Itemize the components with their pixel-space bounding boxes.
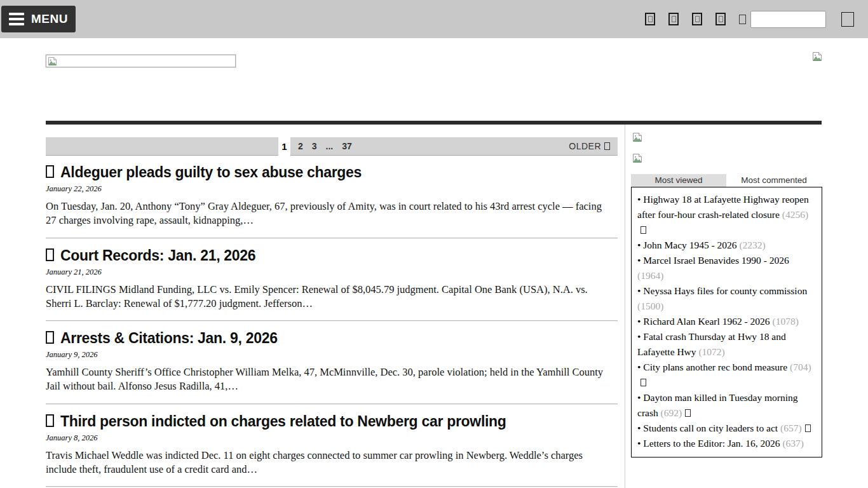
article-title-link[interactable]: Aldeguer pleads guilty to sex abuse char… bbox=[46, 164, 618, 181]
most-viewed-item[interactable]: • Richard Alan Kearl 1962 - 2026 (1078) bbox=[637, 314, 816, 329]
lock-glyph-icon bbox=[46, 248, 54, 261]
social-icon-1[interactable] bbox=[645, 13, 655, 25]
article-separator bbox=[46, 320, 618, 322]
most-viewed-item-title: Students call on city leaders to act bbox=[643, 423, 778, 433]
most-viewed-item[interactable]: • Letters to the Editor: Jan. 16, 2026 (… bbox=[637, 436, 816, 451]
article-item: Court Records: Jan. 21, 2026 January 21,… bbox=[46, 247, 618, 322]
lock-glyph-icon bbox=[46, 414, 54, 427]
lock-glyph-icon bbox=[46, 331, 54, 344]
top-bar: MENU bbox=[0, 0, 868, 38]
lock-glyph-icon bbox=[46, 165, 54, 178]
older-label: OLDER bbox=[569, 141, 601, 151]
most-viewed-item[interactable]: • John Macy 1945 - 2026 (2232) bbox=[637, 238, 816, 253]
pagination-older-button[interactable]: OLDER bbox=[569, 141, 610, 151]
most-viewed-item[interactable]: • Students call on city leaders to act (… bbox=[637, 421, 816, 436]
column-divider bbox=[625, 125, 625, 488]
article-separator bbox=[46, 486, 618, 487]
social-icon-4[interactable] bbox=[715, 13, 726, 25]
tab-most-commented[interactable]: Most commented bbox=[726, 174, 822, 187]
comment-glyph-icon bbox=[641, 379, 646, 386]
missing-glyph-icon bbox=[719, 16, 723, 22]
most-viewed-item-title: Letters to the Editor: Jan. 16, 2026 bbox=[643, 438, 780, 449]
broken-image-icon bbox=[632, 132, 642, 142]
menu-button-label: MENU bbox=[31, 12, 68, 26]
search-input[interactable] bbox=[750, 11, 826, 28]
missing-glyph-icon bbox=[672, 16, 676, 22]
view-count: (1078) bbox=[773, 316, 799, 327]
article-excerpt: On Tuesday, Jan. 20, Anthony “Tony” Gray… bbox=[46, 200, 613, 228]
pagination-page-link[interactable]: ... bbox=[326, 141, 334, 151]
view-count: (704) bbox=[790, 362, 811, 372]
article-excerpt: Yamhill County Sheriff’s Office Christop… bbox=[46, 365, 613, 394]
view-count: (4256) bbox=[782, 209, 808, 220]
broken-image-icon bbox=[48, 57, 57, 66]
most-viewed-list: • Highway 18 at Lafayette Highway reopen… bbox=[631, 187, 822, 458]
article-title-text: Third person indicted on charges related… bbox=[60, 413, 506, 430]
article-title-text: Court Records: Jan. 21, 2026 bbox=[60, 247, 255, 264]
article-excerpt: Travis Michael Weddle was indicted Dec. … bbox=[46, 449, 613, 477]
comment-glyph-icon bbox=[641, 226, 646, 234]
social-icon-3[interactable] bbox=[692, 13, 702, 25]
search-submit-button[interactable] bbox=[841, 12, 854, 27]
view-count: (692) bbox=[661, 407, 682, 418]
most-viewed-item[interactable]: • Marcel Israel Benavides 1990 - 2026 (1… bbox=[637, 253, 816, 283]
article-list-column: 1 2 3 ... 37 OLDER Aldeguer pleads guilt… bbox=[46, 137, 618, 488]
view-count: (1964) bbox=[637, 270, 663, 281]
most-viewed-item-title: Neyssa Hays files for county commission bbox=[643, 285, 807, 296]
pagination-bar: 1 2 3 ... 37 OLDER bbox=[46, 137, 618, 156]
missing-glyph-icon bbox=[648, 16, 653, 22]
most-viewed-item-title: City plans another rec bond measure bbox=[643, 362, 787, 372]
missing-glyph-icon bbox=[695, 16, 700, 22]
article-excerpt: CIVIL FILINGS Midland Funding, LLC vs. E… bbox=[46, 283, 613, 311]
most-viewed-item[interactable]: • City plans another rec bond measure (7… bbox=[637, 360, 816, 390]
most-viewed-item[interactable]: • Dayton man killed in Tuesday morning c… bbox=[637, 390, 816, 421]
sidebar: Most viewed Most commented • Highway 18 … bbox=[631, 130, 822, 458]
article-title-link[interactable]: Third person indicted on charges related… bbox=[46, 413, 618, 430]
comment-glyph-icon bbox=[685, 409, 691, 417]
most-viewed-item-title: John Macy 1945 - 2026 bbox=[643, 240, 736, 250]
site-logo[interactable] bbox=[46, 55, 236, 67]
most-viewed-item-title: Marcel Israel Benavides 1990 - 2026 bbox=[643, 255, 789, 266]
article-title-link[interactable]: Arrests & Citations: Jan. 9, 2026 bbox=[46, 330, 618, 347]
social-icon-2[interactable] bbox=[668, 13, 679, 25]
sidebar-tabs: Most viewed Most commented bbox=[631, 174, 822, 187]
broken-image-icon bbox=[632, 153, 642, 163]
sidebar-broken-image-1 bbox=[632, 132, 822, 145]
search-label-icon bbox=[739, 15, 746, 24]
view-count: (657) bbox=[780, 423, 802, 433]
article-title-text: Aldeguer pleads guilty to sex abuse char… bbox=[60, 164, 362, 180]
most-viewed-item-title: Richard Alan Kearl 1962 - 2026 bbox=[643, 316, 770, 327]
article-date: January 8, 2026 bbox=[46, 433, 618, 443]
sidebar-broken-image-2 bbox=[632, 153, 822, 166]
pagination-spacer bbox=[46, 137, 278, 156]
most-viewed-item[interactable]: • Neyssa Hays files for county commissio… bbox=[637, 283, 816, 314]
menu-button[interactable]: MENU bbox=[1, 6, 76, 32]
pagination-page-link[interactable]: 2 bbox=[298, 141, 303, 151]
most-viewed-item[interactable]: • Fatal crash Thursday at Hwy 18 and Laf… bbox=[637, 329, 816, 360]
article-separator bbox=[46, 238, 618, 239]
most-viewed-item[interactable]: • Highway 18 at Lafayette Highway reopen… bbox=[637, 192, 816, 238]
article-item: Aldeguer pleads guilty to sex abuse char… bbox=[46, 164, 618, 239]
view-count: (1072) bbox=[698, 346, 724, 357]
tab-most-viewed[interactable]: Most viewed bbox=[631, 174, 726, 187]
comment-glyph-icon bbox=[805, 424, 811, 432]
view-count: (1500) bbox=[637, 301, 663, 311]
article-date: January 9, 2026 bbox=[46, 350, 618, 360]
article-title-link[interactable]: Court Records: Jan. 21, 2026 bbox=[46, 247, 618, 264]
pagination-pages: 2 3 ... 37 OLDER bbox=[290, 137, 618, 156]
article-item: Third person indicted on charges related… bbox=[46, 413, 618, 488]
pagination-page-link[interactable]: 37 bbox=[342, 141, 352, 151]
article-title-text: Arrests & Citations: Jan. 9, 2026 bbox=[60, 330, 278, 346]
hamburger-icon bbox=[9, 13, 24, 25]
header-broken-image bbox=[812, 51, 822, 62]
header-divider-rule bbox=[46, 121, 822, 125]
article-date: January 22, 2026 bbox=[46, 184, 618, 194]
view-count: (2232) bbox=[739, 240, 765, 250]
article-item: Arrests & Citations: Jan. 9, 2026 Januar… bbox=[46, 330, 618, 405]
arrow-right-icon bbox=[604, 142, 610, 150]
view-count: (637) bbox=[782, 438, 804, 449]
article-separator bbox=[46, 403, 618, 405]
article-date: January 21, 2026 bbox=[46, 268, 618, 277]
topbar-right-group bbox=[645, 0, 868, 38]
pagination-page-link[interactable]: 3 bbox=[312, 141, 317, 151]
